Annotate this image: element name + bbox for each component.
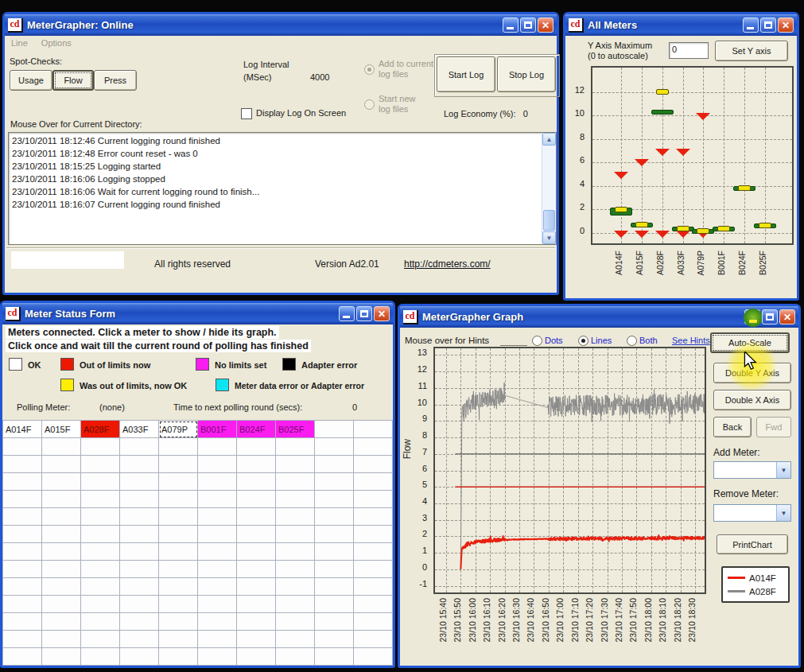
meter-cell-empty[interactable] [159, 543, 198, 561]
meter-cell-empty[interactable] [237, 648, 276, 666]
meter-cell-empty[interactable] [198, 648, 237, 666]
scroll-up-button[interactable]: ▲ [542, 133, 556, 146]
menu-line[interactable]: Line [11, 38, 28, 48]
minimize-button[interactable] [744, 309, 760, 324]
meter-cell-empty[interactable] [159, 596, 198, 613]
meter-cell-b024f[interactable]: B024F [237, 421, 276, 438]
back-button[interactable]: Back [713, 417, 752, 437]
meter-cell-empty[interactable] [276, 578, 315, 596]
meter-cell-empty[interactable] [354, 473, 393, 491]
meter-cell-empty[interactable] [315, 526, 354, 543]
meter-cell-empty[interactable] [159, 473, 198, 491]
meter-cell-empty[interactable] [3, 456, 42, 473]
usage-button[interactable]: Usage [10, 70, 52, 91]
meter-cell-empty[interactable] [120, 456, 159, 473]
meter-cell-empty[interactable] [81, 456, 120, 473]
meter-cell-empty[interactable] [198, 456, 237, 473]
chevron-down-icon[interactable]: ▼ [776, 505, 790, 521]
meter-cell-empty[interactable] [120, 561, 159, 578]
meter-cell-a028f[interactable]: A028F [81, 421, 120, 438]
meter-cell-empty[interactable] [159, 613, 198, 631]
meter-cell-empty[interactable] [315, 648, 354, 666]
meter-cell-empty[interactable] [120, 631, 159, 648]
titlebar-all-meters[interactable]: cd All Meters ✕ [565, 14, 797, 36]
scroll-down-button[interactable]: ▼ [542, 231, 556, 244]
meter-cell-empty[interactable] [276, 473, 315, 491]
minimize-button[interactable] [743, 17, 759, 33]
meter-cell-empty[interactable] [276, 456, 315, 473]
meter-cell-empty[interactable] [237, 473, 276, 491]
meter-cell-b001f[interactable]: B001F [198, 421, 237, 438]
meter-cell-empty[interactable] [354, 491, 393, 508]
chevron-down-icon[interactable]: ▼ [776, 462, 790, 478]
set-y-axis-button[interactable]: Set Y axis [715, 41, 788, 61]
meter-cell-empty[interactable] [81, 438, 120, 456]
meter-cell-empty[interactable] [315, 508, 354, 526]
meter-cell-empty[interactable] [3, 508, 42, 526]
meter-cell-empty[interactable] [315, 491, 354, 508]
meter-cell-empty[interactable] [276, 526, 315, 543]
meter-cell-empty[interactable] [42, 543, 81, 561]
meter-cell-empty[interactable] [42, 438, 81, 456]
meter-cell-empty[interactable] [159, 438, 198, 456]
meter-cell-empty[interactable] [315, 456, 354, 473]
meter-cell-empty[interactable] [237, 526, 276, 543]
radio-add-to-current[interactable] [364, 64, 375, 75]
menu-options[interactable]: Options [41, 38, 72, 48]
meter-cell-empty[interactable] [237, 491, 276, 508]
meter-cell-empty[interactable] [315, 631, 354, 648]
close-button[interactable]: ✕ [374, 306, 390, 321]
maximize-button[interactable] [520, 17, 536, 33]
meter-cell-empty[interactable] [159, 508, 198, 526]
radio-lines[interactable] [578, 336, 588, 346]
meter-cell-empty[interactable] [315, 473, 354, 491]
meter-cell-empty[interactable] [3, 561, 42, 578]
close-button[interactable]: ✕ [779, 309, 795, 324]
meter-cell-empty[interactable] [198, 508, 237, 526]
log-scrollbar[interactable]: ▲ ▼ [542, 133, 556, 244]
titlebar-graph[interactable]: cd MeterGrapher Graph ✕ [400, 306, 798, 328]
meter-cell-empty[interactable] [42, 596, 81, 613]
meter-cell-empty[interactable] [3, 491, 42, 508]
meter-cell-empty[interactable] [237, 561, 276, 578]
meter-cell-empty[interactable] [120, 596, 159, 613]
meter-cell-empty[interactable] [42, 578, 81, 596]
fwd-button[interactable]: Fwd [756, 417, 791, 437]
meter-cell-empty[interactable] [198, 526, 237, 543]
meter-cell-empty[interactable] [354, 508, 393, 526]
meter-cell-empty[interactable] [81, 596, 120, 613]
press-button[interactable]: Press [94, 70, 137, 91]
meter-cell-empty[interactable] [3, 438, 42, 456]
meter-cell-empty[interactable] [81, 561, 120, 578]
meter-grid[interactable]: A014FA015FA028FA033FA079PB001FB024FB025F [2, 420, 393, 666]
meter-cell-empty[interactable] [3, 613, 42, 631]
meter-cell-empty[interactable] [237, 613, 276, 631]
meter-cell-empty[interactable] [315, 578, 354, 596]
meter-cell-empty[interactable] [315, 438, 354, 456]
titlebar-online[interactable]: cd MeterGrapher: Online ✕ [5, 14, 557, 36]
stop-log-button[interactable]: Stop Log [497, 56, 556, 92]
meter-cell-empty[interactable] [198, 596, 237, 613]
cdmeters-link[interactable]: http://cdmeters.com/ [404, 258, 491, 270]
double-x-axis-button[interactable]: Double X Axis [713, 390, 791, 410]
minimize-button[interactable] [339, 306, 355, 321]
meter-cell-a015f[interactable]: A015F [42, 421, 81, 438]
meter-cell-empty[interactable] [354, 421, 393, 438]
meter-cell-a033f[interactable]: A033F [120, 421, 159, 438]
meter-cell-empty[interactable] [120, 491, 159, 508]
meter-cell-empty[interactable] [276, 631, 315, 648]
meter-cell-empty[interactable] [354, 561, 393, 578]
double-y-axis-button[interactable]: Double Y Axis [713, 363, 791, 383]
meter-cell-empty[interactable] [81, 578, 120, 596]
meter-cell-empty[interactable] [237, 578, 276, 596]
meter-cell-empty[interactable] [3, 631, 42, 648]
meter-cell-empty[interactable] [159, 648, 198, 666]
meter-cell-empty[interactable] [315, 543, 354, 561]
meter-cell-empty[interactable] [237, 631, 276, 648]
meter-cell-empty[interactable] [3, 578, 42, 596]
meter-cell-a014f[interactable]: A014F [3, 421, 42, 438]
meter-cell-empty[interactable] [354, 543, 393, 561]
meter-cell-empty[interactable] [120, 508, 159, 526]
meter-cell-empty[interactable] [42, 613, 81, 631]
meter-cell-empty[interactable] [120, 648, 159, 666]
